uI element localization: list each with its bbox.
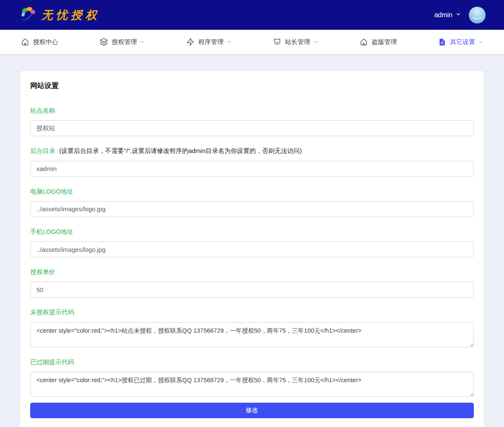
nav-item-piracy-manage[interactable]: 盗版管理	[360, 38, 397, 46]
field-label: 后台目录	[30, 147, 55, 154]
card-title: 网站设置	[30, 81, 474, 91]
field-expired-code: 已过期提示代码 <center style="color:red;"><h1>授…	[30, 358, 474, 397]
field-label: 授权单价	[30, 268, 55, 275]
website-settings-card: 网站设置 站点名称 后台目录 (设置后台目录，不需要"/",设置后请修改程序的a…	[20, 71, 484, 427]
avatar[interactable]	[469, 7, 486, 23]
nav-item-label: 授权管理	[112, 38, 137, 46]
field-unauthorized-code: 未授权提示代码 <center style="color:red;"><h1>站…	[30, 308, 474, 347]
user-name-label: admin	[434, 11, 453, 19]
field-site-name: 站点名称	[30, 106, 474, 136]
page-content: 网站设置 站点名称 后台目录 (设置后台目录，不需要"/",设置后请修改程序的a…	[0, 54, 504, 427]
field-label: 站点名称	[30, 107, 55, 114]
license-price-input[interactable]	[30, 282, 474, 298]
nav-item-webmaster-manage[interactable]: 站长管理	[273, 38, 318, 46]
brand[interactable]: 无忧授权	[19, 5, 100, 25]
nav-item-label: 授权中心	[33, 38, 58, 46]
top-header: 无忧授权 admin	[0, 0, 504, 30]
field-pc-logo: 电脑LOGO地址	[30, 187, 474, 217]
home-icon	[21, 38, 29, 46]
field-label: 未授权提示代码	[30, 308, 74, 316]
modify-submit-button[interactable]: 修改	[30, 403, 474, 418]
nav-item-auth-center[interactable]: 授权中心	[21, 38, 58, 46]
chevron-down-icon	[226, 39, 231, 44]
nav-item-label: 其它设置	[450, 38, 475, 46]
field-label: 手机LOGO地址	[30, 228, 73, 235]
field-label: 电脑LOGO地址	[30, 188, 73, 195]
chevron-down-icon	[140, 39, 145, 44]
chevron-down-icon	[313, 39, 318, 44]
nav-item-label: 盗版管理	[372, 38, 397, 46]
backend-dir-input[interactable]	[30, 161, 474, 177]
nav-item-auth-manage[interactable]: 授权管理	[100, 38, 145, 46]
nav-item-other-settings[interactable]: 其它设置	[438, 38, 483, 46]
home-icon	[360, 38, 368, 46]
chevron-down-icon	[478, 39, 483, 44]
field-mobile-logo: 手机LOGO地址	[30, 228, 474, 257]
main-nav: 授权中心 授权管理 程序管理 站长管理 盗版管理 其它设置	[0, 30, 504, 54]
field-license-price: 授权单价	[30, 268, 474, 298]
brand-flower-logo-icon	[19, 5, 38, 25]
file-text-icon	[438, 38, 446, 46]
expired-code-textarea[interactable]: <center style="color:red;"><h1>授权已过期，授权联…	[30, 372, 474, 397]
site-name-input[interactable]	[30, 120, 474, 136]
unauthorized-code-textarea[interactable]: <center style="color:red;"><h1>站点未授权，授权联…	[30, 322, 474, 347]
mobile-logo-input[interactable]	[30, 241, 474, 257]
pc-logo-input[interactable]	[30, 201, 474, 217]
brand-title: 无忧授权	[41, 8, 100, 23]
layers-icon	[100, 38, 108, 46]
cat-icon	[273, 38, 281, 46]
user-menu[interactable]: admin	[434, 11, 461, 19]
chevron-down-icon	[455, 11, 461, 19]
nav-item-label: 站长管理	[285, 38, 310, 46]
user-area: admin	[434, 7, 486, 23]
field-label: 已过期提示代码	[30, 358, 74, 365]
zap-icon	[186, 38, 195, 46]
nav-item-label: 程序管理	[198, 38, 224, 46]
field-backend-dir: 后台目录 (设置后台目录，不需要"/",设置后请修改程序的admin目录名为你设…	[30, 147, 474, 176]
field-description: (设置后台目录，不需要"/",设置后请修改程序的admin目录名为你设置的，否则…	[59, 147, 302, 154]
nav-item-program-manage[interactable]: 程序管理	[186, 38, 231, 46]
